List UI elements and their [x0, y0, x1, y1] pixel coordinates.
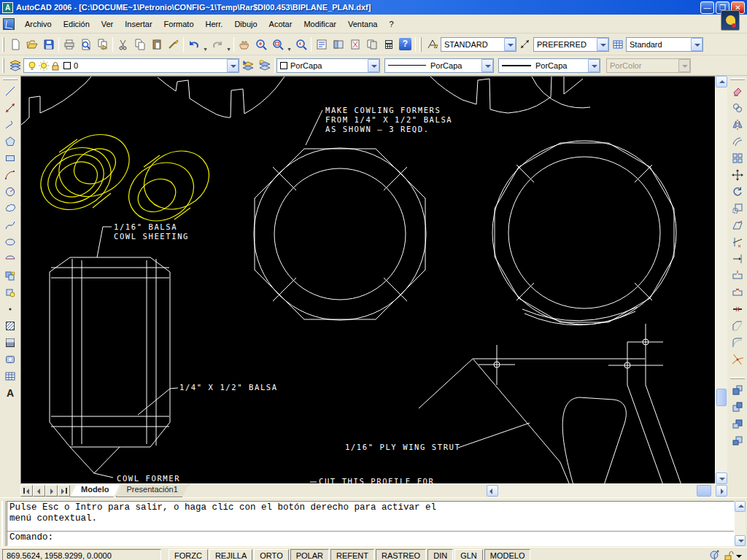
- send-to-back-button[interactable]: [729, 398, 746, 415]
- layer-previous-button[interactable]: [256, 58, 273, 74]
- pan-button[interactable]: [236, 36, 252, 52]
- match-properties-button[interactable]: [165, 36, 182, 52]
- fillet-button[interactable]: [729, 334, 746, 351]
- draworder-toolbar-grip[interactable]: [730, 377, 745, 379]
- chevron-down-icon[interactable]: [691, 38, 703, 51]
- vertical-scroll-thumb[interactable]: [716, 389, 727, 406]
- zoom-window-button[interactable]: [269, 36, 286, 52]
- copy-button[interactable]: [131, 36, 148, 52]
- table-button[interactable]: [1, 368, 19, 384]
- menu-dibujo[interactable]: Dibujo: [228, 17, 263, 31]
- scroll-left-button[interactable]: [487, 485, 498, 497]
- scroll-up-button[interactable]: [735, 501, 746, 512]
- toolbar-grip[interactable]: [2, 37, 4, 52]
- menu-herr[interactable]: Herr.: [200, 17, 229, 31]
- styles-toolbar-grip[interactable]: [419, 37, 422, 52]
- multiline-text-button[interactable]: A: [1, 384, 19, 401]
- toggle-forzc[interactable]: FORZC: [169, 549, 208, 560]
- menu-ayuda[interactable]: ?: [383, 17, 399, 31]
- redo-button[interactable]: [209, 36, 225, 52]
- mirror-button[interactable]: [729, 116, 746, 133]
- publish-button[interactable]: [94, 36, 111, 52]
- minimize-button[interactable]: —: [700, 1, 714, 14]
- make-block-button[interactable]: [1, 284, 19, 300]
- color-combo[interactable]: PorCapa: [276, 58, 380, 73]
- redo-dropdown-icon[interactable]: ▾: [225, 36, 232, 52]
- scale-button[interactable]: [729, 200, 746, 217]
- plot-button[interactable]: [61, 36, 77, 52]
- tab-modelo[interactable]: Modelo: [70, 484, 120, 497]
- zoom-realtime-button[interactable]: [252, 36, 269, 52]
- chevron-down-icon[interactable]: [481, 59, 493, 72]
- zoom-previous-button[interactable]: [293, 36, 309, 52]
- break-button[interactable]: [729, 284, 746, 300]
- menu-insertar[interactable]: Insertar: [119, 17, 158, 31]
- ellipse-arc-button[interactable]: [1, 250, 19, 267]
- hatch-button[interactable]: [1, 317, 19, 334]
- line-button[interactable]: [1, 82, 19, 99]
- make-object-layer-current-button[interactable]: [239, 58, 256, 74]
- linetype-combo[interactable]: PorCapa: [384, 58, 494, 73]
- toggle-rastreo[interactable]: RASTREO: [376, 549, 426, 560]
- bring-above-objects-button[interactable]: [729, 415, 746, 432]
- gradient-button[interactable]: [1, 334, 19, 351]
- save-button[interactable]: [40, 36, 57, 52]
- layer-properties-button[interactable]: [7, 58, 23, 74]
- toggle-gln[interactable]: GLN: [454, 549, 483, 560]
- scroll-up-button[interactable]: [716, 76, 727, 88]
- toolbar-grip[interactable]: [3, 78, 18, 80]
- lock-icon[interactable]: [50, 61, 61, 71]
- toolbar-grip[interactable]: [2, 58, 4, 73]
- toolbar-lock-icon[interactable]: [721, 549, 735, 560]
- new-file-button[interactable]: [7, 36, 23, 52]
- document-icon[interactable]: [3, 18, 15, 30]
- explode-button[interactable]: [729, 351, 746, 368]
- paste-button[interactable]: [148, 36, 165, 52]
- scroll-right-button[interactable]: [716, 485, 727, 497]
- sheetset-manager-button[interactable]: [363, 36, 380, 52]
- revision-cloud-button[interactable]: [1, 200, 19, 217]
- rectangle-button[interactable]: [1, 149, 19, 166]
- rotate-button[interactable]: [729, 183, 746, 200]
- spline-button[interactable]: [1, 217, 19, 233]
- stretch-button[interactable]: [729, 217, 746, 233]
- tab-next-button[interactable]: [45, 485, 58, 497]
- scroll-down-button[interactable]: [716, 472, 727, 484]
- polygon-button[interactable]: [1, 133, 19, 149]
- lineweight-combo[interactable]: PorCapa: [498, 58, 600, 73]
- polyline-button[interactable]: [1, 116, 19, 133]
- toggle-orto[interactable]: ORTO: [254, 549, 288, 560]
- menu-acotar[interactable]: Acotar: [263, 17, 298, 31]
- menu-archivo[interactable]: Archivo: [19, 17, 58, 31]
- sun-icon[interactable]: [39, 61, 49, 71]
- table-style-combo[interactable]: Standard: [626, 37, 703, 52]
- scroll-down-button[interactable]: [735, 535, 746, 546]
- plot-preview-button[interactable]: [77, 36, 94, 52]
- chevron-down-icon[interactable]: [368, 59, 379, 72]
- dim-style-combo[interactable]: PREFERRED: [533, 37, 609, 52]
- command-scrollbar[interactable]: [735, 501, 746, 546]
- circle-button[interactable]: [1, 183, 19, 200]
- cut-icon[interactable]: [115, 36, 131, 52]
- erase-button[interactable]: [729, 82, 746, 99]
- help-button[interactable]: ?: [397, 36, 414, 52]
- zoom-dropdown-icon[interactable]: ▾: [286, 36, 293, 52]
- tab-first-button[interactable]: [20, 485, 33, 497]
- send-under-objects-button[interactable]: [729, 432, 746, 448]
- command-window-grip[interactable]: [1, 501, 6, 546]
- autocad-app-icon[interactable]: A: [2, 2, 13, 13]
- menu-edicion[interactable]: Edición: [58, 17, 96, 31]
- toggle-din[interactable]: DIN: [427, 549, 453, 560]
- communication-center-icon[interactable]: [721, 10, 740, 31]
- drawing-canvas[interactable]: MAKE COWLING FORMERS FROM 1/4" X 1/2" BA…: [20, 76, 716, 484]
- extend-button[interactable]: [729, 250, 746, 267]
- offset-button[interactable]: [729, 133, 746, 149]
- undo-button[interactable]: [185, 36, 202, 52]
- chevron-down-icon[interactable]: [504, 38, 516, 51]
- coordinates-readout[interactable]: 869.5624, 1958.9299, 0.0000: [2, 549, 161, 560]
- toggle-refent[interactable]: REFENT: [330, 549, 374, 560]
- menu-modificar[interactable]: Modificar: [298, 17, 342, 31]
- calculator-button[interactable]: [380, 36, 397, 52]
- menu-formato[interactable]: Formato: [158, 17, 200, 31]
- markup-set-manager-button[interactable]: [347, 36, 363, 52]
